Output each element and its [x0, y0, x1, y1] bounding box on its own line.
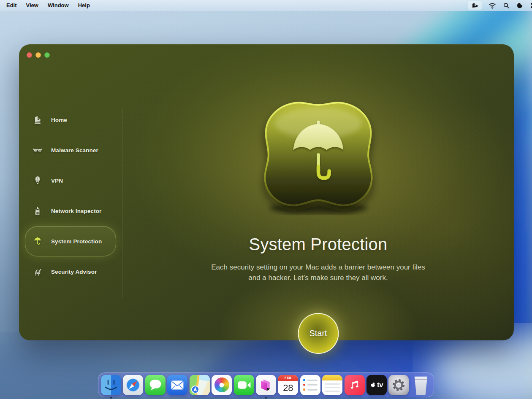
apple-logo-icon [370, 382, 376, 388]
sunglasses-icon [32, 145, 43, 156]
menu-view[interactable]: View [22, 0, 43, 11]
sidebar-item-security-advisor[interactable]: Security Advisor [25, 256, 116, 287]
menu-window[interactable]: Window [43, 0, 73, 11]
calendar-day: 28 [278, 381, 298, 395]
dock-messages-icon[interactable] [145, 375, 166, 395]
flag-icon [32, 114, 43, 125]
status-icons [468, 0, 532, 11]
sidebar-item-label: VPN [51, 178, 63, 184]
sidebar-item-home[interactable]: Home [25, 105, 116, 135]
app-window: Home Malware Scanner [19, 44, 514, 340]
tv-label: tv [377, 381, 383, 389]
sidebar-item-vpn[interactable]: VPN [25, 165, 116, 196]
dock-mail-icon[interactable] [167, 375, 187, 395]
dock-finder-icon[interactable] [101, 375, 121, 395]
sidebar-item-label: Network Inspector [51, 208, 101, 214]
page-description: Each security setting on your Mac adds a… [208, 262, 429, 283]
moon-icon[interactable] [516, 2, 523, 9]
user-switch-icon[interactable] [530, 2, 532, 9]
dock-tv-icon[interactable]: tv [366, 375, 387, 395]
start-button[interactable]: Start [298, 313, 339, 354]
running-indicator [110, 397, 112, 399]
dock-photos-icon[interactable] [212, 375, 232, 395]
umbrella-icon [32, 236, 43, 247]
menu-bar-menus: Edit View Window Help [0, 0, 95, 11]
zoom-button[interactable] [44, 52, 50, 58]
close-button[interactable] [27, 52, 32, 58]
minimize-button[interactable] [35, 52, 41, 58]
sidebar-item-label: System Protection [51, 238, 102, 245]
sidebar: Home Malware Scanner [25, 105, 116, 287]
dock-maps-icon[interactable] [190, 375, 210, 395]
page-title: System Protection [122, 235, 514, 254]
dock-facetime-icon[interactable] [234, 375, 254, 395]
start-button-label: Start [309, 329, 327, 338]
sidebar-item-label: Security Advisor [51, 269, 97, 275]
sidebar-item-network-inspector[interactable]: Network Inspector [25, 196, 116, 226]
fern-icon [32, 266, 43, 277]
running-indicator [265, 397, 267, 399]
sidebar-item-malware-scanner[interactable]: Malware Scanner [25, 135, 116, 165]
calendar-month: FEB [278, 375, 298, 381]
menu-bar: Edit View Window Help [0, 0, 532, 11]
umbrella-badge-icon [252, 97, 385, 216]
hot-air-balloon-icon [32, 175, 43, 186]
trash-basket [413, 376, 429, 395]
dock-music-icon[interactable] [345, 375, 365, 395]
app-flag-icon[interactable] [468, 1, 482, 10]
sidebar-item-label: Malware Scanner [51, 147, 98, 154]
dock-system-settings-icon[interactable] [388, 375, 409, 395]
ladder-bird-icon [32, 205, 43, 216]
dock-trash-icon[interactable] [411, 375, 431, 395]
dock: FEB 28 [98, 372, 434, 397]
menu-help[interactable]: Help [73, 0, 95, 11]
menu-edit[interactable]: Edit [6, 0, 22, 11]
dock-security-app-icon[interactable] [256, 375, 276, 395]
dock-notes-icon[interactable] [322, 375, 342, 395]
desktop: Edit View Window Help [0, 0, 532, 399]
photos-flower [214, 377, 229, 392]
dock-safari-icon[interactable] [123, 375, 143, 395]
dock-calendar-icon[interactable]: FEB 28 [278, 375, 298, 395]
traffic-lights [27, 52, 50, 58]
wifi-icon[interactable] [489, 3, 496, 9]
search-icon[interactable] [503, 2, 510, 9]
main-content: System Protection Each security setting … [122, 44, 514, 340]
sidebar-item-label: Home [51, 117, 67, 123]
sidebar-item-system-protection[interactable]: System Protection [25, 226, 116, 256]
dock-reminders-icon[interactable] [300, 375, 320, 395]
